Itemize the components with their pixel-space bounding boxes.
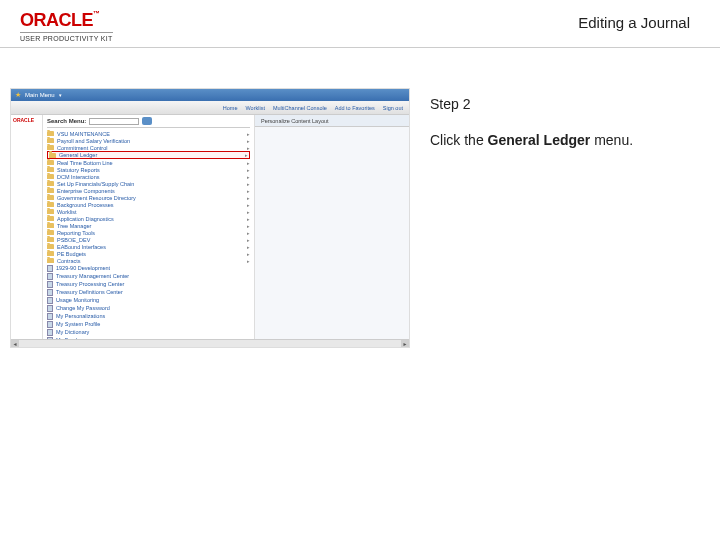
chevron-right-icon: ▸ bbox=[247, 223, 250, 229]
nav-signout[interactable]: Sign out bbox=[383, 105, 403, 111]
chevron-right-icon: ▸ bbox=[247, 202, 250, 208]
personalize-bar[interactable]: Personalize Content Layout bbox=[255, 115, 409, 127]
menu-item[interactable]: 1929-90 Development bbox=[47, 264, 250, 272]
menu-item[interactable]: Statutory Reports▸ bbox=[47, 166, 250, 173]
menu-item-label: Contracts bbox=[57, 258, 81, 264]
scrollbar-horizontal[interactable]: ◄ ► bbox=[11, 339, 409, 347]
menu-item[interactable]: Enterprise Components▸ bbox=[47, 187, 250, 194]
instruction-before: Click the bbox=[430, 132, 488, 148]
menu-item[interactable]: Contracts▸ bbox=[47, 257, 250, 264]
folder-icon bbox=[47, 202, 54, 207]
chevron-right-icon: ▸ bbox=[247, 230, 250, 236]
menu-item[interactable]: My System Profile bbox=[47, 320, 250, 328]
page-icon bbox=[47, 297, 53, 304]
menu-item[interactable]: Set Up Financials/Supply Chain▸ bbox=[47, 180, 250, 187]
menu-item-label: Reporting Tools bbox=[57, 230, 95, 236]
brand-logo: ORACLE™ bbox=[20, 10, 113, 31]
page-icon bbox=[47, 289, 53, 296]
ss-body: ORACLE Search Menu: VSU MAINTENANCE▸Payr… bbox=[11, 115, 409, 347]
menu-item[interactable]: Treasury Definitions Center bbox=[47, 288, 250, 296]
menu-item[interactable]: Background Processes▸ bbox=[47, 201, 250, 208]
step-label: Step 2 bbox=[430, 96, 690, 112]
menu-item-label: 1929-90 Development bbox=[56, 265, 110, 271]
menu-item[interactable]: DCM Interactions▸ bbox=[47, 173, 250, 180]
page-icon bbox=[47, 265, 53, 272]
nav-home[interactable]: Home bbox=[223, 105, 238, 111]
folder-icon bbox=[47, 251, 54, 256]
menu-item[interactable]: PSBOE_DEV▸ bbox=[47, 236, 250, 243]
chevron-right-icon: ▸ bbox=[247, 167, 250, 173]
folder-icon bbox=[49, 153, 56, 158]
chevron-right-icon: ▸ bbox=[247, 138, 250, 144]
mini-logo: ORACLE bbox=[13, 117, 40, 123]
folder-icon bbox=[47, 230, 54, 235]
instructions-panel: Step 2 Click the General Ledger menu. bbox=[430, 88, 710, 348]
menu-item[interactable]: Application Diagnostics▸ bbox=[47, 215, 250, 222]
folder-icon bbox=[47, 258, 54, 263]
menu-item[interactable]: EABound Interfaces▸ bbox=[47, 243, 250, 250]
app-screenshot: ★ Main Menu ▾ Home Worklist MultiChannel… bbox=[10, 88, 410, 348]
brand-block: ORACLE™ USER PRODUCTIVITY KIT bbox=[20, 10, 113, 42]
nav-worklist[interactable]: Worklist bbox=[245, 105, 264, 111]
menu-item[interactable]: Tree Manager▸ bbox=[47, 222, 250, 229]
menu-item[interactable]: Payroll and Salary Verification▸ bbox=[47, 137, 250, 144]
chevron-right-icon: ▸ bbox=[247, 258, 250, 264]
menu-item[interactable]: Commitment Control▸ bbox=[47, 144, 250, 151]
menu-item[interactable]: Reporting Tools▸ bbox=[47, 229, 250, 236]
folder-icon bbox=[47, 223, 54, 228]
menu-item[interactable]: General Ledger▸ bbox=[47, 151, 250, 159]
folder-icon bbox=[47, 131, 54, 136]
menu-item[interactable]: Treasury Processing Center bbox=[47, 280, 250, 288]
menu-item-label: Treasury Management Center bbox=[56, 273, 129, 279]
nav-multichannel[interactable]: MultiChannel Console bbox=[273, 105, 327, 111]
menu-item-label: Treasury Definitions Center bbox=[56, 289, 123, 295]
page-icon bbox=[47, 313, 53, 320]
star-icon: ★ bbox=[15, 91, 21, 99]
menu-item[interactable]: Usage Monitoring bbox=[47, 296, 250, 304]
chevron-right-icon: ▸ bbox=[247, 244, 250, 250]
folder-icon bbox=[47, 138, 54, 143]
ss-main-menu[interactable]: Main Menu bbox=[25, 92, 55, 98]
nav-favorites[interactable]: Add to Favorites bbox=[335, 105, 375, 111]
folder-icon bbox=[47, 174, 54, 179]
menu-item-label: DCM Interactions bbox=[57, 174, 100, 180]
menu-item-label: VSU MAINTENANCE bbox=[57, 131, 110, 137]
chevron-right-icon: ▸ bbox=[247, 216, 250, 222]
menu-item[interactable]: My Dictionary bbox=[47, 328, 250, 336]
menu-item[interactable]: Treasury Management Center bbox=[47, 272, 250, 280]
menu-item-label: Government Resource Directory bbox=[57, 195, 136, 201]
chevron-right-icon: ▸ bbox=[247, 181, 250, 187]
menu-item-label: Enterprise Components bbox=[57, 188, 115, 194]
menu-item[interactable]: Government Resource Directory▸ bbox=[47, 194, 250, 201]
menu-item-label: EABound Interfaces bbox=[57, 244, 106, 250]
brand-tm: ™ bbox=[93, 10, 100, 17]
chevron-right-icon: ▸ bbox=[247, 131, 250, 137]
menu-item[interactable]: VSU MAINTENANCE▸ bbox=[47, 130, 250, 137]
ss-search-row: Search Menu: bbox=[47, 117, 250, 128]
search-button[interactable] bbox=[142, 117, 152, 125]
menu-list: VSU MAINTENANCE▸Payroll and Salary Verif… bbox=[47, 130, 250, 344]
menu-item-label: My System Profile bbox=[56, 321, 100, 327]
menu-item-label: PSBOE_DEV bbox=[57, 237, 90, 243]
chevron-right-icon: ▸ bbox=[247, 188, 250, 194]
menu-item-label: Usage Monitoring bbox=[56, 297, 99, 303]
menu-item-label: PE Budgets bbox=[57, 251, 86, 257]
search-input[interactable] bbox=[89, 118, 139, 125]
scroll-right-icon[interactable]: ► bbox=[401, 340, 409, 348]
page-header: ORACLE™ USER PRODUCTIVITY KIT Editing a … bbox=[0, 0, 720, 47]
chevron-right-icon: ▸ bbox=[247, 160, 250, 166]
menu-item[interactable]: Worklist▸ bbox=[47, 208, 250, 215]
menu-item-label: Statutory Reports bbox=[57, 167, 100, 173]
folder-icon bbox=[47, 167, 54, 172]
chevron-right-icon: ▸ bbox=[247, 174, 250, 180]
menu-item-label: Treasury Processing Center bbox=[56, 281, 124, 287]
menu-item[interactable]: PE Budgets▸ bbox=[47, 250, 250, 257]
folder-icon bbox=[47, 209, 54, 214]
page-icon bbox=[47, 273, 53, 280]
menu-item[interactable]: Real Time Bottom Line▸ bbox=[47, 159, 250, 166]
scroll-left-icon[interactable]: ◄ bbox=[11, 340, 19, 348]
menu-item[interactable]: My Personalizations bbox=[47, 312, 250, 320]
folder-icon bbox=[47, 244, 54, 249]
chevron-down-icon: ▾ bbox=[59, 92, 62, 98]
menu-item[interactable]: Change My Password bbox=[47, 304, 250, 312]
